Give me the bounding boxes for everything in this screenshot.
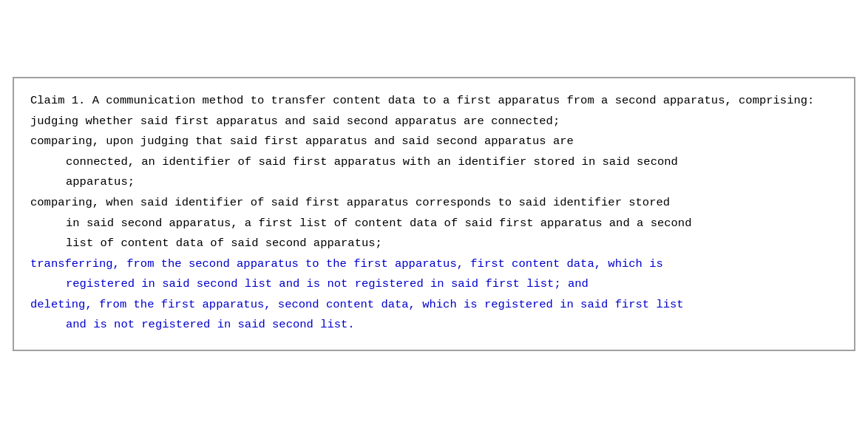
claim-intro: Claim 1. A communication method to trans… — [30, 92, 838, 111]
claim-line2-indent2: apparatus; — [30, 173, 838, 192]
claim-line4-main: transferring, from the second apparatus … — [30, 255, 838, 274]
claim-line3-indent1: in said second apparatus, a first list o… — [30, 214, 838, 234]
claim-line2-main: comparing, upon judging that said first … — [30, 132, 838, 152]
claim-line2-indent1: connected, an identifier of said first a… — [30, 153, 838, 172]
claim-line3-main: comparing, when said identifier of said … — [30, 194, 838, 213]
claim-line4-indent1: registered in said second list and is no… — [30, 275, 838, 294]
claim-line5-indent1: and is not registered in said second lis… — [30, 316, 838, 335]
claim-line1: judging whether said first apparatus and… — [30, 112, 838, 132]
claim-line3-indent2: list of content data of said second appa… — [30, 234, 838, 254]
claim-line5-main: deleting, from the first apparatus, seco… — [30, 296, 838, 315]
patent-claim-box: Claim 1. A communication method to trans… — [13, 77, 855, 351]
